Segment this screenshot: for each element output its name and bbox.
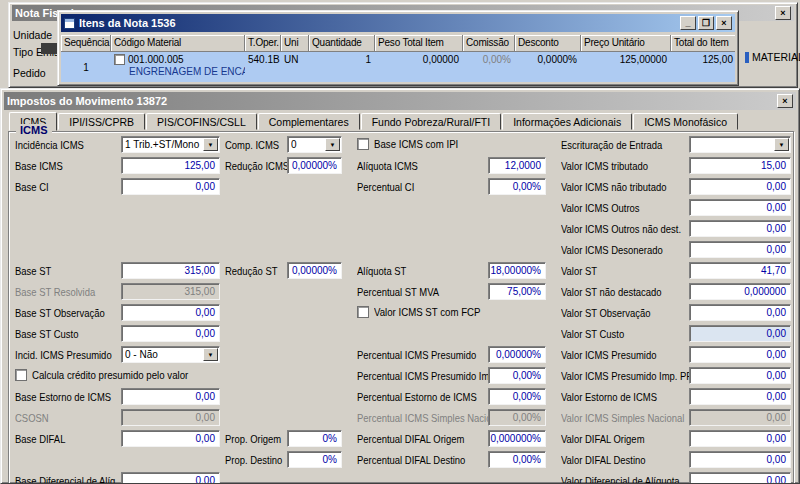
cell-uni: UN <box>281 52 309 82</box>
valor-st-custo-label: Valor ST Custo <box>561 328 624 340</box>
base-ci-label: Base CI <box>15 181 49 193</box>
escrituracao-de-entrada-select[interactable]: ▼ <box>689 136 791 153</box>
column-header-4[interactable]: Uni <box>281 35 309 52</box>
valor-icms-tributado-input[interactable]: 15,00 <box>689 157 791 174</box>
checkbox-icon <box>15 369 27 381</box>
row-checkbox[interactable] <box>114 54 125 65</box>
valor-icms-presumido-imp-pr-input[interactable]: 0,00 <box>689 367 791 384</box>
percentual-icms-simples-nacional-input[interactable]: 0,00% <box>488 409 546 426</box>
percentual-ci-label: Percentual CI <box>357 181 414 193</box>
aliquota-icms-input[interactable]: 12,0000 <box>488 157 546 174</box>
percentual-difal-destino-input[interactable]: 0,00% <box>488 451 546 468</box>
valor-icms-presumido-imp-pr-label: Valor ICMS Presumido Imp. PR <box>561 370 693 382</box>
valor-difal-origem-input[interactable]: 0,00 <box>689 430 791 447</box>
comp-icms-value: 0 <box>291 139 325 150</box>
prop-origem-input[interactable]: 0% <box>287 430 342 447</box>
incidencia-icms-label: Incidência ICMS <box>15 139 84 151</box>
tab-ipi-iss-cprb[interactable]: IPI/ISS/CPRB <box>58 113 145 130</box>
aliquota-st-input[interactable]: 18,00000% <box>488 262 546 279</box>
comp-icms-select[interactable]: 0▼ <box>287 136 342 153</box>
icms-fields: Incidência ICMS1 Trib.+ST/Mono▼Comp. ICM… <box>1 89 799 483</box>
valor-icms-st-com-fcp-checkbox[interactable]: Valor ICMS ST com FCP <box>357 306 490 318</box>
chevron-down-icon[interactable]: ▼ <box>325 138 340 151</box>
valor-estorno-de-icms-input[interactable]: 0,00 <box>689 388 791 405</box>
itens-titlebar[interactable]: Itens da Nota 1536 _ ❐ × <box>61 14 735 32</box>
incid-icms-presumido-select[interactable]: 0 - Não▼ <box>121 346 220 363</box>
base-icms-com-ipi-checkbox[interactable]: Base ICMS com IPI <box>357 138 466 150</box>
base-st-resolvida-input[interactable]: 315,00 <box>121 283 220 300</box>
valor-st-observacao-label: Valor ST Observação <box>561 307 650 319</box>
base-icms-label: Base ICMS <box>15 160 63 172</box>
prop-origem-label: Prop. Origem <box>225 433 281 445</box>
column-header-5[interactable]: Quantidade <box>309 35 375 52</box>
percentual-icms-presumido-input[interactable]: 0,00000% <box>488 346 546 363</box>
percentual-icms-presumido-imp-pr-input[interactable]: 0,00% <box>488 367 546 384</box>
maximize-button[interactable]: ❐ <box>698 16 714 30</box>
chevron-down-icon[interactable]: ▼ <box>203 348 218 361</box>
valor-st-input[interactable]: 41,70 <box>689 262 791 279</box>
close-icon[interactable]: × <box>775 6 791 20</box>
reducao-icms-input[interactable]: 0,00000% <box>287 157 342 174</box>
prop-destino-label: Prop. Destino <box>225 454 282 466</box>
tab-complementares[interactable]: Complementares <box>258 113 360 130</box>
valor-st-nao-destacado-label: Valor ST não destacado <box>561 286 662 298</box>
csosn-input[interactable]: 0,00 <box>121 409 220 426</box>
base-icms-input[interactable]: 125,00 <box>121 157 220 174</box>
valor-icms-nao-tributado-input[interactable]: 0,00 <box>689 178 791 195</box>
base-estorno-de-icms-input[interactable]: 0,00 <box>121 388 220 405</box>
column-header-7[interactable]: Comissão <box>463 35 515 52</box>
cell-peso-total-item: 0,00000 <box>375 52 463 82</box>
valor-diferencial-de-aliquota-input[interactable]: 0,00 <box>689 472 791 484</box>
column-header-8[interactable]: Desconto <box>515 35 581 52</box>
table-icon <box>64 18 75 29</box>
reducao-st-input[interactable]: 0,00000% <box>287 262 342 279</box>
column-header-9[interactable]: Preço Unitário <box>581 35 671 52</box>
incid-icms-presumido-value: 0 - Não <box>125 349 203 360</box>
valor-icms-presumido-input[interactable]: 0,00 <box>689 346 791 363</box>
percentual-st-mva-input[interactable]: 75,00% <box>488 283 546 300</box>
valor-difal-destino-input[interactable]: 0,00 <box>689 451 791 468</box>
valor-st-custo-input[interactable]: 0,00 <box>689 325 791 342</box>
base-st-observacao-input[interactable]: 0,00 <box>121 304 220 321</box>
incidencia-icms-select[interactable]: 1 Trib.+ST/Mono▼ <box>121 136 220 153</box>
column-header-3[interactable]: T.Oper. <box>245 35 281 52</box>
base-difal-input[interactable]: 0,00 <box>121 430 220 447</box>
base-st-custo-input[interactable]: 0,00 <box>121 325 220 342</box>
calcula-credito-presumido-checkbox[interactable]: Calcula crédito presumido pelo valor <box>15 369 202 381</box>
valor-icms-desonerado-input[interactable]: 0,00 <box>689 241 791 258</box>
valor-difal-destino-label: Valor DIFAL Destino <box>561 454 646 466</box>
column-header-6[interactable]: Peso Total Item <box>375 35 463 52</box>
column-header-1[interactable]: Sequência <box>61 35 111 52</box>
base-st-resolvida-label: Base ST Resolvida <box>15 286 95 298</box>
percentual-difal-origem-input[interactable]: 0,000000% <box>488 430 546 447</box>
valor-diferencial-de-aliquota-label: Valor Diferencial de Alíquota <box>561 475 680 484</box>
valor-st-observacao-input[interactable]: 0,00 <box>689 304 791 321</box>
valor-icms-simples-nacional-input[interactable]: 0,00 <box>689 409 791 426</box>
escrituracao-de-entrada-label: Escrituração de Entrada <box>561 139 662 151</box>
tab-icms-monof-sico[interactable]: ICMS Monofásico <box>633 113 738 130</box>
chevron-down-icon[interactable]: ▼ <box>203 138 218 151</box>
base-diferencial-de-aliq-label: Base Diferencial de Alíq. <box>15 475 118 484</box>
percentual-ci-input[interactable]: 0,00% <box>488 178 546 195</box>
valor-estorno-de-icms-label: Valor Estorno de ICMS <box>561 391 657 403</box>
tab-fundo-pobreza-rural-fti[interactable]: Fundo Pobreza/Rural/FTI <box>361 113 501 130</box>
percentual-estorno-de-icms-input[interactable]: 0,00% <box>488 388 546 405</box>
percentual-difal-destino-label: Percentual DIFAL Destino <box>357 454 465 466</box>
prop-destino-input[interactable]: 0% <box>287 451 342 468</box>
valor-st-nao-destacado-input[interactable]: 0,000000 <box>689 283 791 300</box>
column-header-10[interactable]: Total do Item <box>671 35 735 52</box>
tab-informa-es-adicionais[interactable]: Informações Adicionais <box>502 113 632 130</box>
base-st-input[interactable]: 315,00 <box>121 262 220 279</box>
tab-pis-cofins-csll[interactable]: PIS/COFINS/CSLL <box>146 113 257 130</box>
chevron-down-icon[interactable]: ▼ <box>774 138 789 151</box>
valor-icms-outros-nao-dest-input[interactable]: 0,00 <box>689 220 791 237</box>
base-ci-input[interactable]: 0,00 <box>121 178 220 195</box>
table-row[interactable]: 1 001.000.005 ENGRENAGEM DE ENCAIXE 540.… <box>61 52 735 82</box>
column-header-2[interactable]: Código Material <box>111 35 245 52</box>
valor-icms-outros-input[interactable]: 0,00 <box>689 199 791 216</box>
minimize-button[interactable]: _ <box>680 16 696 30</box>
base-diferencial-de-aliq-input[interactable]: 0,00 <box>121 472 220 484</box>
cell-toper: 540.1B <box>245 52 281 82</box>
close-button[interactable]: × <box>716 16 732 30</box>
cell-codigo-material: 001.000.005 ENGRENAGEM DE ENCAIXE <box>111 52 245 82</box>
